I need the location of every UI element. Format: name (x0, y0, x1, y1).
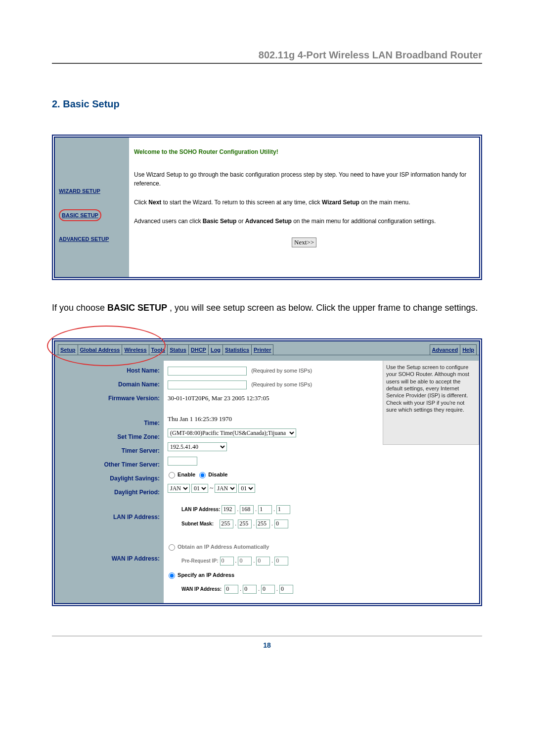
subnet-1[interactable] (220, 520, 233, 528)
screenshot-wizard: WIZARD SETUP BASIC SETUP ADVANCED SETUP … (52, 135, 482, 280)
text-bold: BASIC SETUP (107, 303, 167, 313)
label-timezone: Set Time Zone: (59, 432, 160, 442)
wan-ip-2[interactable] (243, 585, 257, 594)
daylight-enable-radio[interactable] (169, 472, 175, 478)
label-timer-server: Timer Server: (59, 446, 160, 456)
text: to start the Wizard. To return to this s… (161, 199, 322, 206)
text-bold: Basic Setup (203, 218, 237, 225)
tab-bar: Setup Global Address Wireless Tools Stat… (58, 344, 476, 355)
pre-ip-4 (274, 557, 288, 566)
tab-advanced[interactable]: Advanced (430, 344, 461, 355)
tab-setup[interactable]: Setup (58, 344, 78, 355)
label-time: Time: (59, 418, 160, 428)
selected-nav-highlight: BASIC SETUP (59, 209, 101, 221)
enable-label: Enable (178, 472, 195, 477)
tab-log[interactable]: Log (208, 344, 223, 355)
text: or (236, 218, 245, 225)
pre-ip-3 (256, 557, 270, 566)
obtain-label: Obtain an IP Address Automatically (178, 544, 269, 550)
wan-specify-radio[interactable] (169, 572, 175, 579)
tab-global-address[interactable]: Global Address (78, 344, 123, 355)
pre-ip-1 (220, 557, 234, 566)
wan-ip-sublabel: WAN IP Address: (181, 586, 222, 592)
label-domain-name: Domain Name: (59, 379, 160, 389)
text: If you choose (52, 303, 107, 313)
label-wan-ip: WAN IP Address: (59, 554, 160, 564)
page-number: 18 (52, 641, 482, 649)
required-note: (Required by some ISPs) (251, 368, 312, 374)
disable-label: Disable (208, 472, 227, 477)
label-lan-ip: LAN IP Address: (59, 512, 160, 522)
text: Advanced users can click (134, 218, 203, 225)
wizard-content: Welcome to the SOHO Router Configuration… (129, 138, 479, 277)
wizard-p2: Click Next to start the Wizard. To retur… (134, 198, 474, 207)
tab-wireless[interactable]: Wireless (122, 344, 149, 355)
wizard-p3: Advanced users can click Basic Setup or … (134, 217, 474, 226)
daylight-disable-radio[interactable] (199, 472, 206, 478)
dp-to-day[interactable]: 01 (238, 484, 255, 493)
subnet-4[interactable] (274, 520, 288, 528)
wan-ip-4[interactable] (279, 585, 293, 594)
tab-dhcp[interactable]: DHCP (188, 344, 209, 355)
timer-server-select[interactable]: 192.5.41.40 (168, 442, 227, 451)
text: Click (134, 199, 148, 206)
section-title: 2. Basic Setup (52, 98, 482, 110)
subnet-sublabel: Subnet Mask: (181, 521, 214, 526)
tab-tools[interactable]: Tools (149, 344, 168, 355)
label-daylight-period: Daylight Period: (59, 487, 160, 497)
help-panel: Use the Setup screen to configure your S… (383, 361, 479, 445)
lan-ip-4[interactable] (276, 505, 290, 514)
tab-statistics[interactable]: Statistics (222, 344, 252, 355)
time-value: Thu Jan 1 16:25:39 1970 (168, 414, 379, 424)
page-header: 802.11g 4-Port Wireless LAN Broadband Ro… (52, 49, 482, 61)
lan-ip-3[interactable] (258, 505, 272, 514)
label-host-name: Host Name: (59, 366, 160, 376)
dp-from-month[interactable]: JAN (168, 484, 190, 493)
firmware-value: 30-01-10T20P6, Mar 23 2005 12:37:05 (168, 393, 379, 403)
lan-ip-2[interactable] (240, 505, 254, 514)
tab-help[interactable]: Help (460, 344, 477, 355)
form-labels-column: Host Name: Domain Name: Firmware Version… (55, 361, 164, 603)
subnet-2[interactable] (238, 520, 252, 528)
next-button[interactable]: Next>> (292, 237, 316, 247)
lan-ip-1[interactable] (222, 505, 235, 514)
subnet-3[interactable] (256, 520, 270, 528)
pre-ip-2 (238, 557, 252, 566)
dp-to-month[interactable]: JAN (215, 484, 237, 493)
label-other-timer: Other Timer Server: (59, 460, 160, 470)
nav-basic-setup[interactable]: BASIC SETUP (62, 212, 98, 218)
label-firmware: Firmware Version: (59, 393, 160, 403)
screenshot-basic-setup: Setup Global Address Wireless Tools Stat… (52, 338, 482, 606)
nav-wizard-setup[interactable]: WIZARD SETUP (59, 187, 127, 195)
other-timer-input[interactable] (168, 457, 197, 466)
text-bold: Wizard Setup (322, 199, 359, 206)
label-daylight-savings: Daylight Savings: (59, 473, 160, 483)
wan-ip-1[interactable] (224, 585, 238, 594)
text: , you will see setup screen as below. Cl… (167, 303, 478, 313)
wizard-p1: Use Wizard Setup to go through the basic… (134, 170, 474, 188)
form-values-column: (Required by some ISPs) (Required by som… (164, 361, 383, 603)
nav-advanced-setup[interactable]: ADVANCED SETUP (59, 235, 127, 243)
lan-ip-sublabel: LAN IP Address: (181, 507, 220, 512)
tab-printer[interactable]: Printer (251, 344, 273, 355)
text-bold: Next (148, 199, 161, 206)
welcome-heading: Welcome to the SOHO Router Configuration… (134, 147, 474, 156)
specify-label: Specify an IP Address (178, 572, 234, 578)
required-note: (Required by some ISPs) (251, 381, 312, 387)
pre-request-label: Pre-Request IP: (181, 558, 218, 564)
host-name-input[interactable] (168, 367, 247, 376)
text: on the main menu for additional configur… (292, 218, 436, 225)
wan-obtain-radio[interactable] (169, 544, 175, 551)
dp-from-day[interactable]: 01 (191, 484, 208, 493)
wizard-sidebar: WIZARD SETUP BASIC SETUP ADVANCED SETUP (55, 138, 129, 277)
text: on the main menu. (359, 199, 410, 206)
timezone-select[interactable]: (GMT-08:00)Pacific Time(US&Canada);Tijua… (168, 428, 296, 437)
tab-status[interactable]: Status (167, 344, 189, 355)
body-paragraph: If you choose BASIC SETUP , you will see… (52, 299, 482, 317)
wan-ip-3[interactable] (261, 585, 275, 594)
footer-rule (52, 636, 482, 636)
header-rule (52, 63, 482, 64)
domain-name-input[interactable] (168, 380, 247, 389)
text-bold: Advanced Setup (245, 218, 292, 225)
